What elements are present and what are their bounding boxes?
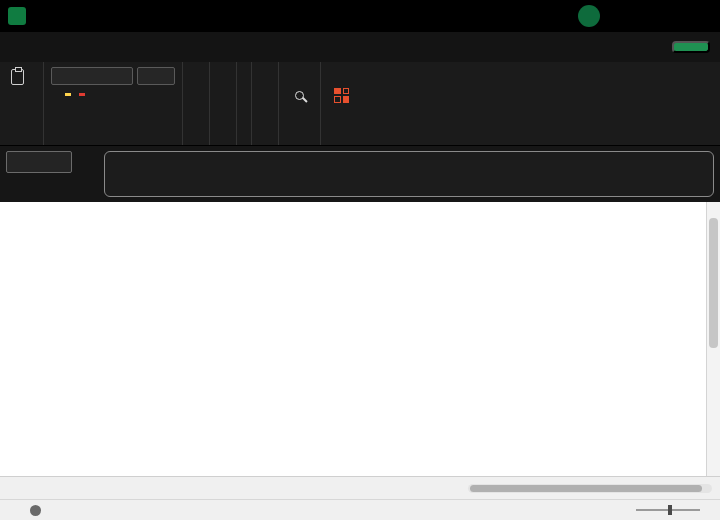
workbook-title[interactable]	[455, 0, 461, 32]
excel-window	[0, 0, 720, 520]
name-box[interactable]	[6, 151, 72, 173]
horizontal-scrollbar[interactable]	[466, 482, 714, 495]
vertical-scrollbar[interactable]	[706, 202, 720, 476]
minimize-button[interactable]	[618, 0, 652, 32]
number-button[interactable]	[217, 67, 229, 129]
editing-group	[278, 62, 320, 145]
share-button[interactable]	[672, 41, 710, 53]
title-bar	[0, 0, 720, 32]
font-size-select[interactable]	[137, 67, 175, 85]
ribbon-tab-bar	[0, 32, 720, 62]
alignment-button[interactable]	[190, 67, 202, 129]
horizontal-scroll-track[interactable]	[468, 484, 712, 493]
addins-group	[320, 62, 362, 145]
paste-button[interactable]	[7, 67, 28, 93]
accessibility-icon	[30, 505, 41, 516]
zoom-slider[interactable]	[636, 509, 700, 511]
clipboard-group	[0, 62, 43, 145]
sheet-grid	[0, 202, 720, 476]
editing-icon	[295, 91, 304, 100]
addins-button[interactable]	[328, 67, 355, 129]
addins-icon	[334, 88, 349, 103]
editing-button[interactable]	[286, 67, 313, 129]
cells-group	[251, 62, 278, 145]
formula-input[interactable]	[104, 151, 714, 197]
maximize-button[interactable]	[652, 0, 686, 32]
vertical-scroll-thumb[interactable]	[709, 218, 718, 348]
titlebar-right	[578, 0, 720, 32]
close-button[interactable]	[686, 0, 720, 32]
horizontal-scroll-thumb[interactable]	[470, 485, 702, 492]
font-color-button[interactable]	[79, 93, 85, 96]
scroll-up-icon[interactable]	[707, 202, 720, 206]
formula-bar	[0, 146, 720, 202]
status-bar-right	[571, 509, 710, 511]
paste-icon	[11, 69, 24, 85]
number-group	[209, 62, 236, 145]
font-name-select[interactable]	[51, 67, 133, 85]
fill-color-button[interactable]	[65, 93, 71, 96]
font-group	[43, 62, 182, 145]
alignment-group	[182, 62, 209, 145]
zoom-slider-thumb[interactable]	[668, 505, 672, 515]
styles-group	[236, 62, 251, 145]
ribbon	[0, 62, 720, 146]
excel-app-icon[interactable]	[8, 7, 26, 25]
zoom-control	[631, 509, 710, 511]
avatar[interactable]	[578, 5, 600, 27]
cells-button[interactable]	[259, 67, 271, 129]
formula-bar-buttons	[78, 151, 98, 173]
status-bar	[0, 499, 720, 520]
sheet-tab-bar	[0, 476, 720, 499]
